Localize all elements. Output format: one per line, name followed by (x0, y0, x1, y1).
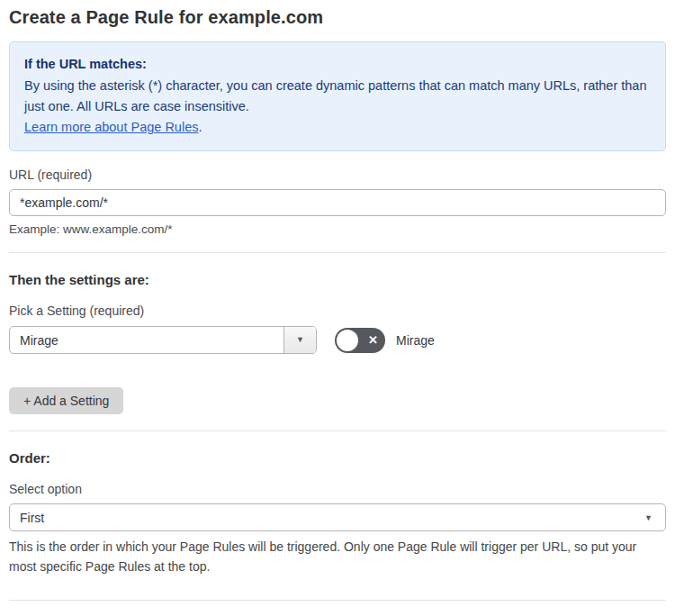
url-match-info-box: If the URL matches: By using the asteris… (9, 41, 666, 151)
info-box-body: By using the asterisk (*) character, you… (24, 76, 651, 117)
mirage-toggle-label: Mirage (396, 333, 435, 348)
info-box-heading: If the URL matches: (24, 54, 651, 75)
order-helper-text: This is the order in which your Page Rul… (9, 537, 666, 576)
section-divider (9, 430, 666, 431)
learn-more-link[interactable]: Learn more about Page Rules (24, 120, 198, 134)
page-title: Create a Page Rule for example.com (9, 5, 666, 28)
pick-setting-label: Pick a Setting (required) (9, 303, 666, 318)
setting-select-value: Mirage (10, 327, 284, 353)
settings-section-heading: Then the settings are: (9, 272, 666, 287)
setting-select-arrow-button[interactable]: ▼ (284, 327, 316, 353)
toggle-off-x-icon: ✕ (368, 328, 378, 353)
url-example-helper: Example: www.example.com/* (9, 222, 666, 236)
order-select-label: Select option (9, 482, 666, 496)
footer-divider (9, 600, 666, 601)
url-input[interactable] (9, 189, 666, 216)
toggle-knob (337, 330, 358, 351)
order-select[interactable]: First ▼ (9, 503, 666, 531)
caret-down-icon: ▼ (644, 513, 652, 521)
order-section-heading: Order: (9, 450, 666, 466)
link-suffix: . (198, 120, 202, 134)
caret-down-icon: ▼ (296, 336, 304, 344)
order-select-value: First (20, 511, 44, 525)
add-setting-button[interactable]: + Add a Setting (9, 387, 123, 414)
mirage-toggle[interactable]: ✕ (335, 328, 385, 353)
section-divider (9, 252, 666, 253)
info-box-link-line: Learn more about Page Rules. (24, 117, 651, 138)
setting-row: Mirage ▼ ✕ Mirage (9, 326, 666, 354)
url-field-label: URL (required) (9, 168, 666, 182)
page-rule-form: Create a Page Rule for example.com If th… (0, 0, 675, 616)
setting-select[interactable]: Mirage ▼ (9, 326, 317, 354)
